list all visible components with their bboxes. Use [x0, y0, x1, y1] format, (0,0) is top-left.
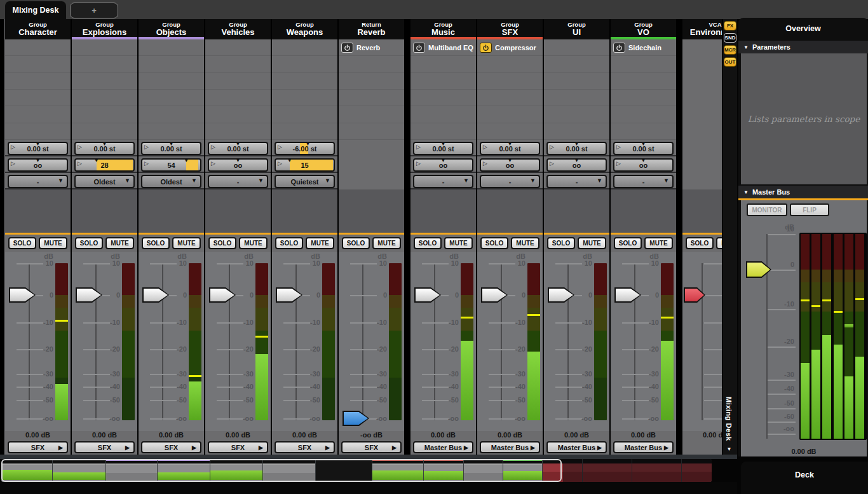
mute-button[interactable]: MUTE: [578, 237, 606, 249]
effect-slot[interactable]: [205, 39, 271, 56]
pitch-field[interactable]: ▷▼0.00 st: [74, 142, 135, 155]
fader-handle[interactable]: [414, 287, 441, 303]
effect-slot[interactable]: [477, 90, 543, 106]
snd-button[interactable]: SND: [724, 33, 736, 43]
effect-slot[interactable]: [611, 106, 676, 123]
effect-slot[interactable]: [477, 123, 543, 140]
mute-button[interactable]: MUTE: [444, 237, 473, 249]
effect-slot[interactable]: [272, 39, 337, 56]
effect-slot[interactable]: [272, 73, 337, 90]
effect-slot[interactable]: [410, 106, 476, 123]
effect-slot[interactable]: [72, 123, 137, 140]
focus-field[interactable]: ▷▼15: [275, 158, 335, 172]
fader-handle[interactable]: [142, 287, 169, 303]
effect-slot[interactable]: [339, 90, 404, 106]
output-bus-button[interactable]: Master Bus▶: [413, 441, 473, 453]
focus-field[interactable]: ▷▼54: [141, 158, 201, 172]
pitch-field[interactable]: ▷▼0.00 st: [141, 142, 201, 155]
effect-slot[interactable]: [205, 123, 271, 140]
fader-handle[interactable]: [342, 411, 369, 426]
effect-slot[interactable]: [611, 56, 676, 72]
effect-slot[interactable]: [410, 56, 476, 72]
effect-slot[interactable]: [272, 106, 337, 123]
minimap-viewport[interactable]: [1, 459, 562, 482]
tab-mixing-desk[interactable]: Mixing Desk: [5, 1, 66, 19]
effect-slot[interactable]: [544, 56, 609, 72]
output-bus-button[interactable]: SFX▶: [74, 441, 135, 453]
mode-dropdown[interactable]: -▼: [413, 175, 473, 188]
effect-slot[interactable]: [477, 106, 543, 123]
mode-dropdown[interactable]: -▼: [480, 175, 540, 188]
output-bus-button[interactable]: Master Bus▶: [480, 441, 540, 453]
output-bus-button[interactable]: Master Bus▶: [546, 441, 607, 453]
out-button[interactable]: OUT: [724, 57, 736, 67]
mcr-button[interactable]: MCR: [724, 45, 736, 55]
focus-field[interactable]: ▷▼28: [74, 158, 135, 172]
pitch-field[interactable]: ▷▼0.00 st: [208, 142, 268, 155]
mute-button[interactable]: MUTE: [511, 237, 539, 249]
effect-slot[interactable]: [410, 123, 476, 140]
solo-button[interactable]: SOLO: [142, 237, 170, 249]
fader-handle[interactable]: [614, 287, 641, 303]
effect-slot[interactable]: [205, 90, 271, 106]
effect-slot[interactable]: [339, 73, 404, 90]
pitch-field[interactable]: ▷▼0.00 st: [8, 142, 68, 155]
effect-slot[interactable]: [139, 73, 204, 90]
fader-handle[interactable]: [209, 287, 236, 303]
focus-field[interactable]: ▷▼oo: [208, 158, 268, 172]
effect-slot[interactable]: [272, 56, 337, 72]
solo-button[interactable]: SOLO: [208, 237, 236, 249]
pitch-field[interactable]: ▷▼0.00 st: [546, 142, 607, 155]
effect-slot[interactable]: [544, 73, 609, 90]
solo-button[interactable]: SOLO: [480, 237, 508, 249]
effect-slot[interactable]: [272, 90, 337, 106]
output-bus-button[interactable]: Master Bus▶: [613, 441, 674, 453]
mute-button[interactable]: MUTE: [372, 237, 401, 249]
effect-slot[interactable]: [72, 106, 137, 123]
pitch-field[interactable]: ▷▼0.00 st: [480, 142, 540, 155]
effect-slot[interactable]: [544, 123, 609, 140]
focus-field[interactable]: ▷▼oo: [413, 158, 473, 172]
mode-dropdown[interactable]: Oldest▼: [141, 175, 201, 188]
fader-handle[interactable]: [276, 287, 302, 303]
mode-dropdown[interactable]: -▼: [8, 175, 68, 188]
effect-slot[interactable]: [139, 106, 204, 123]
mode-dropdown[interactable]: -▼: [546, 175, 607, 188]
solo-button[interactable]: SOLO: [342, 237, 370, 249]
fx-button[interactable]: FX: [724, 21, 736, 31]
effect-slot[interactable]: [611, 123, 676, 140]
master-bus-section-header[interactable]: ▼ Master Bus: [738, 186, 868, 198]
effect-slot[interactable]: [139, 123, 204, 140]
effect-slot[interactable]: [611, 73, 676, 90]
mute-button[interactable]: MUTE: [306, 237, 334, 249]
focus-field[interactable]: ▷▼oo: [480, 158, 540, 172]
mode-dropdown[interactable]: Quietest▼: [275, 175, 335, 188]
effect-slot[interactable]: [477, 73, 543, 90]
effect-slot[interactable]: [339, 106, 404, 123]
solo-button[interactable]: SOLO: [686, 237, 714, 249]
effect-slot[interactable]: [339, 123, 404, 140]
effect-slot[interactable]: [5, 39, 71, 56]
mute-button[interactable]: MUTE: [716, 237, 722, 249]
parameters-section-header[interactable]: ▼ Parameters: [738, 41, 868, 53]
focus-field[interactable]: ▷▼oo: [613, 158, 674, 172]
pitch-field[interactable]: ▷▼0.00 st: [413, 142, 473, 155]
mode-dropdown[interactable]: Oldest▼: [74, 175, 135, 188]
fader-handle[interactable]: [548, 287, 574, 303]
mute-button[interactable]: MUTE: [172, 237, 201, 249]
output-bus-button[interactable]: SFX▶: [141, 441, 201, 453]
output-bus-button[interactable]: SFX▶: [275, 441, 335, 453]
power-icon[interactable]: [413, 43, 425, 53]
effect-slot[interactable]: [72, 39, 137, 56]
mute-button[interactable]: MUTE: [105, 237, 134, 249]
tab-add-new[interactable]: +: [70, 3, 118, 18]
effect-slot[interactable]: [72, 56, 137, 72]
master-fader-handle[interactable]: [746, 261, 771, 278]
mode-dropdown[interactable]: -▼: [208, 175, 268, 188]
output-bus-button[interactable]: SFX▶: [208, 441, 268, 453]
effect-slot[interactable]: [5, 73, 71, 90]
mute-button[interactable]: MUTE: [644, 237, 673, 249]
effect-slot[interactable]: [410, 73, 476, 90]
effect-slot[interactable]: [139, 39, 204, 56]
solo-button[interactable]: SOLO: [614, 237, 642, 249]
